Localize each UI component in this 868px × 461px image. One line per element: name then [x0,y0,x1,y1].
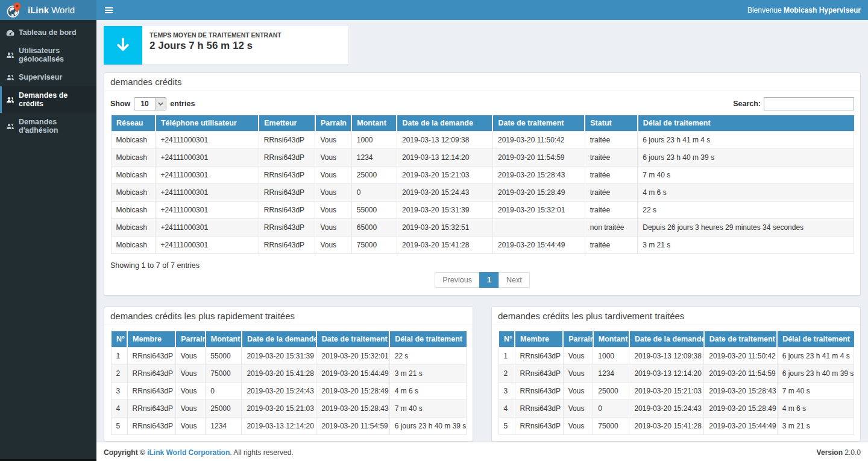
panel-title: demandes crédits les plus rapidement tra… [104,307,473,325]
table-row: Mobicash +24111000301 RRnsi643dP Vous 12… [111,149,854,167]
column-header: Membre [515,331,563,348]
slowest-table-header-row: N°MembreParrainMontantDate de la demande… [498,331,854,348]
users-icon [6,96,14,104]
fastest-table-body: 1 RRnsi643dP Vous 55000 2019-03-20 15:31… [111,348,467,435]
sidebar-item-utilisateurs-geolocalises[interactable]: Utilisateurs géolocalisés [0,42,96,68]
slowest-table: N°MembreParrainMontantDate de la demande… [498,331,854,435]
column-header: Délai de traitement [389,331,466,348]
cell-date-traitement [492,219,585,237]
cell-parrain: Vous [315,167,351,184]
cell-statut: traitée [585,202,638,219]
cell-delai-traitement: 6 jours 23 h 40 m 39 s [638,149,854,167]
column-header: Date de traitement [316,331,389,348]
table-row: 1 RRnsi643dP Vous 1000 2019-03-13 12:09:… [498,348,854,365]
version-text: Version 2.0.0 [817,448,861,457]
sidebar-item-label: Superviseur [19,73,62,81]
pagination-next-button[interactable]: Next [498,272,530,288]
cell-date-traitement: 2019-03-20 15:32:01 [492,202,585,219]
table-row: Mobicash +24111000301 RRnsi643dP Vous 65… [111,219,854,237]
cell-date-traitement: 2019-03-20 11:50:42 [704,348,777,365]
column-header[interactable]: Téléphone utilisateur [156,115,259,132]
page-content: TEMPS MOYEN DE TRAITEMENT ENTRANT 2 Jour… [96,20,868,442]
fastest-table-header-row: N°MembreParrainMontantDate de la demande… [111,331,467,348]
cell-parrain: Vous [315,132,351,149]
table-row: 1 RRnsi643dP Vous 55000 2019-03-20 15:31… [111,348,467,365]
cell-membre: RRnsi643dP [127,365,175,383]
cell-emetteur: RRnsi643dP [259,184,315,202]
table-row: 5 RRnsi643dP Vous 1234 2019-03-13 12:14:… [111,418,467,435]
sidebar-item-superviseur[interactable]: Superviseur [0,68,96,86]
credits-table: RéseauTéléphone utilisateurEmetteurParra… [110,115,854,254]
cell-date-traitement: 2019-03-20 15:28:49 [704,400,777,418]
sidebar-item-label: Demandes de crédits [19,91,92,108]
sidebar-item-label: Utilisateurs géolocalisés [19,46,92,63]
cell-telephone: +24111000301 [156,149,259,167]
cell-parrain: Vous [563,383,593,400]
cell-membre: RRnsi643dP [515,365,563,383]
cell-date-demande: 2019-03-20 15:24:43 [242,383,316,400]
sidebar-item-tableau-de-bord[interactable]: Tableau de bord [0,24,96,42]
menu-icon [105,7,113,8]
app-window: iLink World Tableau de bord Utilisateurs… [0,0,868,459]
cell-emetteur: RRnsi643dP [259,202,315,219]
column-header[interactable]: Délai de traitement [638,115,854,132]
table-row: Mobicash +24111000301 RRnsi643dP Vous 75… [111,237,854,254]
column-header: Délai de traitement [777,331,854,348]
column-header[interactable]: Montant [351,115,397,132]
cell-telephone: +24111000301 [156,237,259,254]
cell-montant: 75000 [351,237,397,254]
cell-date-demande: 2019-03-13 12:14:20 [397,149,492,167]
column-header[interactable]: Emetteur [259,115,315,132]
cell-date-demande: 2019-03-13 12:09:38 [629,348,704,365]
table-row: 4 RRnsi643dP Vous 0 2019-03-20 15:24:43 … [498,400,854,418]
cell-reseau: Mobicash [111,167,156,184]
column-header[interactable]: Date de traitement [492,115,585,132]
cell-reseau: Mobicash [111,132,156,149]
table-info: Showing 1 to 7 of 7 entries [110,261,854,270]
cell-date-traitement: 2019-03-20 15:28:49 [492,184,585,202]
cell-date-traitement: 2019-03-20 15:28:43 [704,383,777,400]
sidebar: iLink World Tableau de bord Utilisateurs… [0,0,96,459]
credits-table-header-row: RéseauTéléphone utilisateurEmetteurParra… [111,115,854,132]
company-link[interactable]: iLink World Corporation [147,448,230,457]
cell-parrain: Vous [315,149,351,167]
cell-num: 1 [111,348,127,365]
cell-num: 3 [111,383,127,400]
cell-date-traitement: 2019-03-20 15:28:43 [492,167,585,184]
cell-delai-traitement: 22 s [638,202,854,219]
cell-date-demande: 2019-03-20 15:41:28 [397,237,492,254]
slowest-table-body: 1 RRnsi643dP Vous 1000 2019-03-13 12:09:… [498,348,854,435]
pagination-page-1[interactable]: 1 [479,272,499,288]
column-header[interactable]: Statut [585,115,638,132]
page-length-select[interactable]: 10 [134,97,166,110]
column-header[interactable]: Date de la demande [397,115,492,132]
cell-membre: RRnsi643dP [127,400,175,418]
cell-reseau: Mobicash [111,237,156,254]
footer: Copyright © iLink World Corporation. All… [96,442,868,461]
column-header: Date de la demande [629,331,704,348]
cell-montant: 55000 [206,348,242,365]
cell-num: 2 [111,365,127,383]
sidebar-item-demandes-de-credits[interactable]: Demandes de crédits [0,86,96,113]
sidebar-item-demandes-adhesion[interactable]: Demandes d'adhésion [0,113,96,139]
search-input[interactable] [764,97,854,110]
sidebar-toggle-button[interactable] [96,0,121,20]
cell-delai-traitement: 6 jours 23 h 40 m 39 s [389,418,466,435]
column-header[interactable]: Réseau [111,115,156,132]
cell-parrain: Vous [563,365,593,383]
cell-date-demande: 2019-03-20 15:31:39 [397,202,492,219]
app-title: iLink World [28,5,75,15]
cell-date-traitement: 2019-03-20 11:54:59 [492,149,585,167]
cell-statut: non traitée [585,219,638,237]
cell-montant: 25000 [593,383,629,400]
column-header[interactable]: Parrain [315,115,351,132]
cell-statut: traitée [585,237,638,254]
cell-parrain: Vous [563,418,593,435]
copyright-text: Copyright © iLink World Corporation. All… [104,448,294,457]
pagination-previous-button[interactable]: Previous [435,272,480,288]
column-header: Parrain [175,331,206,348]
welcome-message: Bienvenue Mobicash Hyperviseur [747,6,868,14]
cell-delai-traitement: 3 m 21 s [638,237,854,254]
cell-date-traitement: 2019-03-20 11:50:42 [492,132,585,149]
credits-table-body: Mobicash +24111000301 RRnsi643dP Vous 10… [111,132,854,254]
